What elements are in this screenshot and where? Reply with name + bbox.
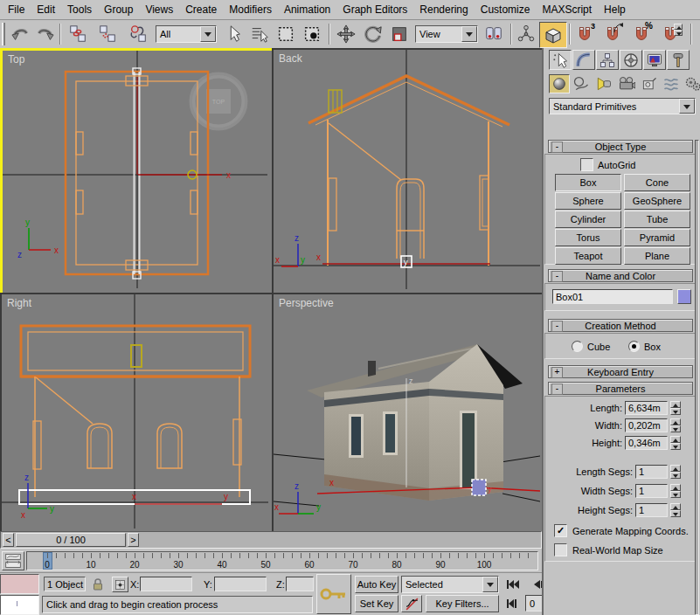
subtab-shapes[interactable] [572, 75, 593, 94]
subtab-lights[interactable] [595, 75, 616, 94]
object-type-sphere-button[interactable]: Sphere [555, 192, 621, 210]
time-slider-handle[interactable]: 0 / 100 [16, 533, 126, 547]
collapse-toggle-icon[interactable]: - [551, 384, 563, 395]
menu-graph-editors[interactable]: Graph Editors [336, 1, 413, 18]
rollout-header-object-type[interactable]: - Object Type [548, 140, 693, 153]
real-world-checkbox[interactable] [554, 543, 567, 556]
param-height-segs-spinner[interactable] [670, 503, 681, 517]
window-crossing-toggle-button[interactable] [301, 23, 323, 45]
viewport-right[interactable]: x y z y x Right [0, 293, 274, 534]
redo-button[interactable] [33, 23, 56, 45]
use-pivot-point-center-button[interactable] [482, 23, 505, 45]
dropdown-arrow-icon[interactable] [461, 26, 477, 42]
collapse-toggle-icon[interactable]: - [551, 321, 563, 332]
select-and-move-button[interactable] [335, 23, 357, 45]
creation-method-box-option[interactable]: Box [628, 341, 661, 352]
time-slider-next-button[interactable]: > [128, 533, 139, 547]
menu-file[interactable]: File [2, 1, 31, 18]
rectangular-selection-region-button[interactable] [274, 23, 297, 45]
subtab-space-warps[interactable] [662, 75, 683, 94]
viewport-back-label[interactable]: Back [279, 52, 302, 65]
select-object-button[interactable] [222, 23, 245, 45]
trackbar-ruler[interactable]: 0 10 20 30 40 50 60 70 80 90 100 [26, 551, 538, 570]
menu-tools[interactable]: Tools [61, 1, 98, 18]
menu-views[interactable]: Views [139, 1, 179, 18]
object-name-field[interactable]: Box01 [552, 289, 673, 304]
dropdown-arrow-icon[interactable] [482, 577, 498, 592]
rollout-header-creation-method[interactable]: - Creation Method [548, 319, 693, 332]
selection-set-dropdown[interactable]: Selected [401, 576, 499, 593]
default-tangent-button[interactable] [401, 595, 422, 612]
absolute-relative-coords-toggle[interactable] [112, 577, 128, 592]
param-height-spinner[interactable] [670, 436, 681, 450]
object-type-teapot-button[interactable]: Teapot [555, 247, 621, 265]
reference-coordsys-dropdown[interactable]: View [415, 25, 478, 43]
collapse-toggle-icon[interactable]: - [551, 271, 563, 282]
percent-snap-toggle-button[interactable]: % [630, 23, 653, 45]
menu-create[interactable]: Create [179, 1, 223, 18]
param-width-spinner[interactable] [670, 418, 681, 432]
select-and-rotate-button[interactable] [362, 23, 385, 45]
rollout-header-parameters[interactable]: - Parameters [548, 382, 693, 395]
viewcube-label[interactable]: TOP [212, 99, 225, 105]
grid-key-toggle-button[interactable] [316, 574, 351, 614]
coord-x-field[interactable] [140, 577, 192, 591]
time-slider-track[interactable]: < 0 / 100 > [0, 531, 542, 549]
mini-curve-editor-button[interactable] [2, 551, 24, 570]
time-slider-prev-button[interactable]: < [3, 533, 14, 547]
tab-create[interactable] [549, 50, 572, 70]
dropdown-arrow-icon[interactable] [679, 99, 695, 114]
object-type-cone-button[interactable]: Cone [624, 174, 690, 191]
auto-key-button[interactable]: Auto Key [355, 576, 399, 593]
select-and-link-button[interactable] [66, 23, 89, 45]
selection-lock-toggle[interactable] [90, 577, 106, 592]
cube-radio[interactable] [572, 341, 583, 352]
object-type-plane-button[interactable]: Plane [624, 247, 690, 265]
viewport-top[interactable]: TOP x y [0, 48, 275, 296]
menu-rendering[interactable]: Rendering [413, 1, 474, 18]
key-mode-toggle-button[interactable] [504, 595, 522, 612]
rollout-header-keyboard-entry[interactable]: + Keyboard Entry [548, 365, 693, 378]
object-type-pyramid-button[interactable]: Pyramid [624, 229, 690, 246]
maxscript-mini-listener-white[interactable] [0, 595, 39, 615]
menu-maxscript[interactable]: MAXScript [536, 1, 598, 18]
param-width-segs-field[interactable]: 1 [635, 484, 668, 498]
menu-modifiers[interactable]: Modifiers [223, 1, 278, 18]
param-width-segs-spinner[interactable] [670, 484, 681, 498]
menu-edit[interactable]: Edit [31, 1, 61, 18]
unlink-selection-button[interactable] [96, 23, 119, 45]
menu-customize[interactable]: Customize [475, 1, 537, 18]
tab-hierarchy[interactable] [596, 50, 619, 70]
real-world-row[interactable]: Real-World Map Size [554, 543, 663, 556]
undo-button[interactable] [10, 23, 32, 45]
object-type-box-button[interactable]: Box [555, 174, 621, 191]
param-height-segs-field[interactable]: 1 [635, 503, 668, 517]
menu-help[interactable]: Help [598, 1, 632, 18]
tab-modify[interactable] [572, 50, 595, 70]
param-height-field[interactable]: 0,346m [625, 436, 668, 450]
tab-utilities[interactable] [667, 50, 690, 70]
select-by-name-button[interactable] [248, 23, 271, 45]
collapse-toggle-icon[interactable]: + [551, 367, 563, 378]
snap-toggle-3d-button[interactable]: 3 [573, 23, 596, 45]
subtab-geometry[interactable] [549, 74, 570, 93]
toolbar-grip[interactable] [2, 23, 5, 45]
viewport-perspective[interactable]: z x y z x y Perspective [272, 293, 545, 534]
object-type-tube-button[interactable]: Tube [624, 211, 690, 228]
param-length-spinner[interactable] [670, 401, 681, 415]
subtab-systems[interactable] [684, 75, 700, 94]
snaps-toggle-button[interactable] [539, 22, 567, 48]
viewport-back[interactable]: x y z x y Back [272, 48, 545, 294]
generate-mapping-row[interactable]: ✓ Generate Mapping Coords. [554, 524, 689, 537]
box-radio[interactable] [628, 341, 640, 352]
creation-method-cube-option[interactable]: Cube [572, 341, 610, 352]
param-length-segs-spinner[interactable] [670, 465, 681, 479]
select-and-scale-button[interactable] [388, 23, 411, 45]
object-type-cylinder-button[interactable]: Cylinder [555, 211, 621, 228]
viewport-top-label[interactable]: Top [8, 53, 24, 66]
subtab-helpers[interactable] [641, 75, 662, 94]
param-width-field[interactable]: 0,202m [625, 418, 668, 432]
dropdown-arrow-icon[interactable] [200, 26, 216, 42]
selection-filter-dropdown[interactable]: All [156, 25, 217, 43]
go-to-start-button[interactable] [504, 576, 522, 593]
